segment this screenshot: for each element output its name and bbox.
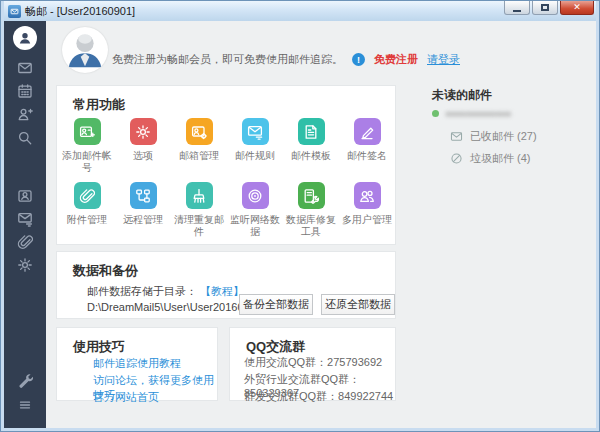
feature-mail-rules[interactable]: 邮件规则 bbox=[227, 118, 283, 162]
common-functions-card: 常用功能 添加邮件帐号 选项 邮箱管理 邮件规则 邮件模板 邮件签名 附件管理 … bbox=[56, 85, 396, 245]
feature-label: 邮件规则 bbox=[227, 150, 283, 162]
feature-clean-duplicate[interactable]: 清理重复邮件 bbox=[171, 182, 227, 238]
minimize-icon bbox=[513, 10, 521, 12]
app-icon bbox=[8, 5, 21, 18]
avatar bbox=[62, 27, 108, 73]
db-repair-icon bbox=[298, 182, 325, 209]
close-button[interactable]: ✕ bbox=[560, 1, 594, 15]
tips-link-tutorial[interactable]: 邮件追踪使用教程 bbox=[93, 356, 181, 371]
mail-icon[interactable] bbox=[17, 60, 33, 76]
feature-monitor-network[interactable]: 监听网络数据 bbox=[227, 182, 283, 238]
unread-inbox-label: 已收邮件 (27) bbox=[470, 129, 537, 144]
minimize-button[interactable] bbox=[504, 1, 530, 15]
login-link[interactable]: 请登录 bbox=[427, 52, 460, 67]
menu-icon[interactable] bbox=[17, 397, 33, 413]
mail-template-icon bbox=[298, 118, 325, 145]
feature-label: 附件管理 bbox=[59, 214, 115, 226]
mail-filter-icon[interactable] bbox=[17, 211, 33, 227]
info-icon: ! bbox=[352, 53, 365, 66]
inbox-mail-icon bbox=[450, 130, 463, 143]
user-avatar-icon bbox=[17, 30, 33, 46]
feature-label: 邮箱管理 bbox=[171, 150, 227, 162]
storage-label: 邮件数据存储于目录： bbox=[87, 285, 197, 297]
register-link[interactable]: 免费注册 bbox=[374, 52, 418, 67]
unread-junk-label: 垃圾邮件 (4) bbox=[470, 151, 531, 166]
tips-link-website[interactable]: 官方网站首页 bbox=[93, 390, 159, 405]
register-message: 免费注册为畅邮会员，即可免费使用邮件追踪。 bbox=[112, 52, 343, 67]
account-masked: ●●●●●●●●●●●●● bbox=[445, 108, 511, 119]
feature-label: 选项 bbox=[115, 150, 171, 162]
feature-label: 清理重复邮件 bbox=[171, 214, 227, 238]
unread-inbox-row[interactable]: 已收邮件 (27) bbox=[450, 129, 537, 144]
feature-attachment-manage[interactable]: 附件管理 bbox=[59, 182, 115, 226]
clean-duplicate-icon bbox=[186, 182, 213, 209]
maximize-icon bbox=[541, 4, 549, 11]
register-banner: 免费注册为畅邮会员，即可免费使用邮件追踪。 ! 免费注册 请登录 bbox=[112, 52, 460, 67]
qq-groups-title: QQ交流群 bbox=[246, 338, 305, 356]
mail-signature-icon bbox=[354, 118, 381, 145]
titlebar: 畅邮 - [User20160901] ✕ bbox=[4, 1, 596, 21]
window-title: 畅邮 - [User20160901] bbox=[25, 4, 135, 19]
feature-label: 监听网络数据 bbox=[227, 214, 283, 238]
feature-mail-template[interactable]: 邮件模板 bbox=[283, 118, 339, 162]
data-backup-card: 数据和备份 邮件数据存储于目录： 【教程】 D:\DreamMail5\User… bbox=[56, 251, 396, 319]
unread-junk-row[interactable]: 垃圾邮件 (4) bbox=[450, 151, 531, 166]
mail-rules-icon bbox=[242, 118, 269, 145]
wrench-icon[interactable] bbox=[17, 372, 33, 388]
online-status-icon bbox=[432, 110, 439, 117]
feature-label: 数据库修复工具 bbox=[283, 214, 339, 238]
close-icon: ✕ bbox=[573, 3, 581, 12]
unread-account-row[interactable]: ●●●●●●●●●●●●● bbox=[432, 108, 511, 119]
data-backup-title: 数据和备份 bbox=[73, 262, 138, 280]
app-window: 畅邮 - [User20160901] ✕ 免费注册为畅邮会员，即可免费使 bbox=[0, 0, 600, 432]
tutorial-link[interactable]: 【教程】 bbox=[200, 285, 244, 297]
feature-mail-signature[interactable]: 邮件签名 bbox=[339, 118, 395, 162]
search-icon[interactable] bbox=[17, 130, 33, 146]
multi-user-icon bbox=[354, 182, 381, 209]
options-gear-icon bbox=[130, 118, 157, 145]
storage-line: 邮件数据存储于目录： 【教程】 bbox=[87, 284, 244, 299]
feature-add-account[interactable]: 添加邮件帐号 bbox=[59, 118, 115, 174]
feature-label: 多用户管理 bbox=[339, 214, 395, 226]
tips-card: 使用技巧 邮件追踪使用教程 访问论坛，获得更多使用技巧 官方网站首页 bbox=[56, 327, 218, 401]
unread-mail-title: 未读的邮件 bbox=[432, 87, 492, 104]
app-body: 免费注册为畅邮会员，即可免费使用邮件追踪。 ! 免费注册 请登录 常用功能 添加… bbox=[4, 21, 596, 428]
feature-db-repair[interactable]: 数据库修复工具 bbox=[283, 182, 339, 238]
maximize-button[interactable] bbox=[532, 1, 558, 15]
feature-label: 添加邮件帐号 bbox=[59, 150, 115, 174]
attachment-icon[interactable] bbox=[17, 234, 33, 250]
settings-icon[interactable] bbox=[17, 257, 33, 273]
qq-group-line: 使用交流QQ群：275793692 bbox=[244, 355, 382, 370]
qq-groups-card: QQ交流群 使用交流QQ群：275793692 外贸行业交流群QQ群：85032… bbox=[229, 327, 396, 401]
tips-title: 使用技巧 bbox=[73, 338, 125, 356]
feature-multi-user[interactable]: 多用户管理 bbox=[339, 182, 395, 226]
calendar-icon[interactable] bbox=[17, 83, 33, 99]
mailbox-manage-icon bbox=[186, 118, 213, 145]
add-account-icon bbox=[74, 118, 101, 145]
feature-mailbox-manage[interactable]: 邮箱管理 bbox=[171, 118, 227, 162]
account-card-icon[interactable] bbox=[17, 188, 33, 204]
backup-all-button[interactable]: 备份全部数据 bbox=[239, 294, 313, 315]
feature-label: 邮件签名 bbox=[339, 150, 395, 162]
contacts-icon[interactable] bbox=[17, 106, 33, 122]
window-controls: ✕ bbox=[502, 1, 594, 15]
monitor-network-icon bbox=[242, 182, 269, 209]
sidebar-user-avatar[interactable] bbox=[13, 26, 37, 50]
qq-group-line: 群发交流群QQ群：849922744 bbox=[244, 389, 393, 404]
remote-manage-icon bbox=[130, 182, 157, 209]
attachment-manage-icon bbox=[74, 182, 101, 209]
junk-block-icon bbox=[450, 152, 463, 165]
feature-remote-manage[interactable]: 远程管理 bbox=[115, 182, 171, 226]
restore-all-button[interactable]: 还原全部数据 bbox=[321, 294, 395, 315]
feature-label: 远程管理 bbox=[115, 214, 171, 226]
feature-options[interactable]: 选项 bbox=[115, 118, 171, 162]
sidebar bbox=[4, 21, 46, 428]
common-functions-title: 常用功能 bbox=[73, 96, 125, 114]
feature-label: 邮件模板 bbox=[283, 150, 339, 162]
